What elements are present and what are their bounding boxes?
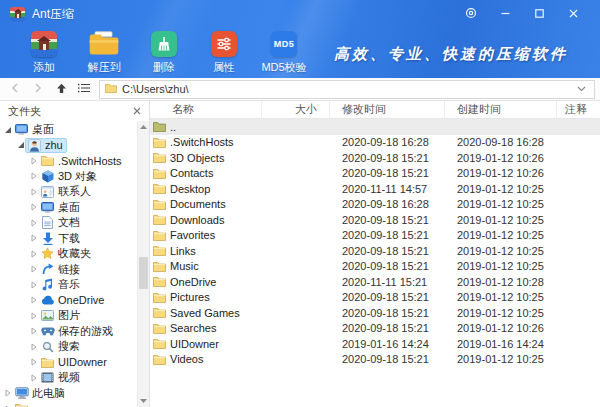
tree-item[interactable]: OneDrive (0, 293, 149, 309)
tree-expander-icon[interactable] (29, 157, 39, 165)
file-row[interactable]: Videos2020-09-18 15:212019-01-12 10:25 (150, 352, 600, 368)
minimize-button[interactable] (498, 7, 512, 21)
column-header-label: 注释 (565, 102, 587, 117)
tree-expander-icon[interactable] (29, 374, 39, 382)
scroll-down-icon[interactable] (138, 395, 149, 407)
document-icon (40, 216, 55, 229)
toolbar-button-add[interactable]: 添加 (14, 30, 74, 75)
file-row[interactable]: Documents2020-09-18 16:282019-01-12 10:2… (150, 197, 600, 213)
tree-item[interactable]: 文档 (0, 215, 149, 231)
toolbar-button-label: 删除 (153, 60, 175, 75)
delete-brush-icon (151, 31, 177, 57)
file-row[interactable]: .. (150, 119, 600, 135)
chevron-down-icon[interactable] (574, 86, 589, 92)
tree-item[interactable]: 音乐 (0, 277, 149, 293)
file-created: 2019-01-12 10:25 (445, 229, 557, 241)
tree-item[interactable]: 桌面 (0, 200, 149, 216)
sidebar-scrollbar[interactable] (137, 121, 149, 407)
file-row[interactable]: Music2020-09-18 15:212019-01-12 10:25 (150, 259, 600, 275)
tree-item[interactable] (0, 401, 149, 407)
tree-item[interactable]: 保存的游戏 (0, 324, 149, 340)
folder-icon (153, 183, 166, 194)
file-modified: 2020-09-18 15:21 (330, 322, 445, 334)
tree-expander-icon[interactable] (29, 265, 39, 273)
file-row[interactable]: OneDrive2020-11-11 15:212019-01-12 10:28 (150, 274, 600, 290)
tree-expander-icon[interactable] (29, 312, 39, 320)
tree-item[interactable]: .SwitchHosts (0, 153, 149, 169)
toolbar-button-delete[interactable]: 删除 (134, 30, 194, 75)
tree-expander-icon[interactable] (29, 203, 39, 211)
path-input[interactable]: C:\Users\zhu\ (99, 80, 595, 99)
cube-3d-icon (40, 170, 55, 183)
folder-icon (153, 261, 166, 272)
titlebar[interactable]: Ant压缩 (0, 0, 600, 28)
nav-buttons (5, 80, 94, 98)
tree-item[interactable]: 链接 (0, 262, 149, 278)
file-row[interactable]: .SwitchHosts2020-09-18 16:282020-09-18 1… (150, 135, 600, 151)
file-row[interactable]: 3D Objects2020-09-18 15:212019-01-12 10:… (150, 150, 600, 166)
list-header: 名称大小修改时间创建时间注释 (150, 101, 600, 119)
tree-item[interactable]: 下载 (0, 231, 149, 247)
toolbar-button-properties[interactable]: 属性 (194, 30, 254, 75)
up-button[interactable] (51, 80, 71, 98)
file-created: 2019-01-16 14:24 (445, 338, 557, 350)
file-row[interactable]: Saved Games2020-09-18 15:212019-01-12 10… (150, 305, 600, 321)
file-row[interactable]: Searches2020-09-18 15:212019-01-12 10:26 (150, 321, 600, 337)
settings-button[interactable] (464, 7, 478, 21)
file-name: UIDowner (170, 338, 219, 350)
tree-item[interactable]: 此电脑 (0, 386, 149, 402)
back-button[interactable] (5, 80, 25, 98)
tree-expander-icon[interactable] (29, 343, 39, 351)
close-panel-icon[interactable] (133, 107, 141, 115)
contacts-icon (40, 186, 55, 198)
file-row[interactable]: Desktop2020-11-11 14:572019-01-12 10:25 (150, 181, 600, 197)
file-row[interactable]: UIDowner2019-01-16 14:242019-01-16 14:24 (150, 336, 600, 352)
tree-expander-icon[interactable] (29, 296, 39, 304)
tree-expander-icon[interactable] (29, 172, 39, 180)
column-header-size[interactable]: 大小 (262, 101, 330, 118)
file-row[interactable]: Pictures2020-09-18 15:212019-01-12 10:25 (150, 290, 600, 306)
forward-button[interactable] (28, 80, 48, 98)
toolbar-button-md5[interactable]: MD5MD5校验 (254, 30, 314, 75)
tree-expander-icon[interactable] (3, 389, 13, 397)
tree-expander-icon[interactable] (29, 219, 39, 227)
column-header-modified[interactable]: 修改时间 (330, 101, 445, 118)
file-name: Pictures (170, 291, 210, 303)
file-created: 2019-01-12 10:26 (445, 152, 557, 164)
tree-expander-icon[interactable] (16, 141, 26, 149)
file-row[interactable]: Links2020-09-18 15:212019-01-12 10:25 (150, 243, 600, 259)
tree-expander-icon[interactable] (29, 358, 39, 366)
tree-item[interactable]: 联系人 (0, 184, 149, 200)
tree-expander-icon[interactable] (29, 250, 39, 258)
tree-item[interactable]: 收藏夹 (0, 246, 149, 262)
tree-expander-icon[interactable] (29, 188, 39, 196)
tree-item[interactable]: 3D 对象 (0, 169, 149, 185)
maximize-button[interactable] (532, 7, 546, 21)
tree-item[interactable]: 图片 (0, 308, 149, 324)
tree-item[interactable]: 搜索 (0, 339, 149, 355)
tree-expander-icon[interactable] (29, 234, 39, 242)
folder-icon (153, 292, 166, 303)
toolbar-button-extract[interactable]: 解压到 (74, 30, 134, 75)
tree-expander-icon[interactable] (29, 281, 39, 289)
file-name-cell: Links (150, 245, 262, 257)
scrollbar-thumb[interactable] (139, 257, 148, 289)
file-modified: 2020-09-18 15:21 (330, 167, 445, 179)
scroll-up-icon[interactable] (138, 121, 149, 133)
file-row[interactable]: Favorites2020-09-18 15:212019-01-12 10:2… (150, 228, 600, 244)
column-header-name[interactable]: 名称 (150, 101, 262, 118)
tree-expander-icon[interactable] (29, 327, 39, 335)
column-header-comment[interactable]: 注释 (557, 101, 600, 118)
file-row[interactable]: Downloads2020-09-18 15:212019-01-12 10:2… (150, 212, 600, 228)
tree-item[interactable]: 桌面 (0, 122, 149, 138)
cloud-icon (40, 295, 55, 305)
tree-item[interactable]: zhu (0, 138, 149, 154)
column-header-created[interactable]: 创建时间 (445, 101, 557, 118)
close-button[interactable] (566, 7, 580, 21)
chevron-right-icon (34, 83, 42, 95)
view-button[interactable] (74, 80, 94, 98)
file-row[interactable]: Contacts2020-09-18 15:212019-01-12 10:26 (150, 166, 600, 182)
tree-expander-icon[interactable] (3, 126, 13, 134)
tree-item[interactable]: UIDowner (0, 355, 149, 371)
tree-item[interactable]: 视频 (0, 370, 149, 386)
